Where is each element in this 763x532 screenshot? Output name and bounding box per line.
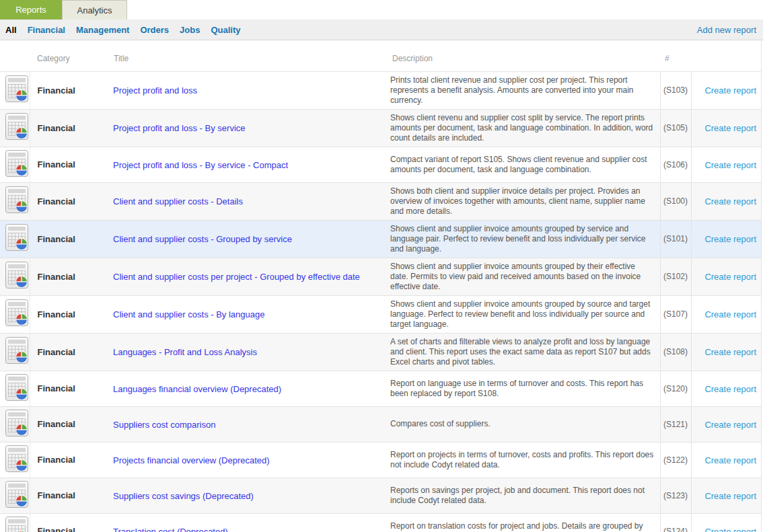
report-title-link[interactable]: Languages financial overview (Deprecated… bbox=[113, 384, 281, 394]
filter-bar: All Financial Management Orders Jobs Qua… bbox=[0, 20, 763, 40]
create-report-link[interactable]: Create report bbox=[704, 196, 756, 206]
create-report-link[interactable]: Create report bbox=[704, 234, 756, 244]
report-number: (S101) bbox=[660, 220, 691, 258]
report-number: (S103) bbox=[660, 71, 691, 109]
table-row[interactable]: Financial Project profit and loss - By s… bbox=[0, 109, 761, 147]
report-title-link[interactable]: Projects financial overview (Deprecated) bbox=[113, 455, 270, 465]
table-row[interactable]: Financial Languages - Profit and Loss An… bbox=[0, 333, 761, 371]
report-chart-icon bbox=[5, 224, 28, 251]
report-description: Report on language use in terms of turno… bbox=[385, 371, 660, 406]
report-number: (S122) bbox=[660, 442, 691, 478]
filter-quality[interactable]: Quality bbox=[211, 25, 240, 35]
create-report-link[interactable]: Create report bbox=[704, 491, 756, 501]
report-description: Prints total client revenue and supplier… bbox=[385, 71, 660, 109]
report-description: Shows client revenu and supplier cost sp… bbox=[385, 109, 660, 147]
report-chart-icon bbox=[5, 410, 28, 436]
report-category: Financial bbox=[30, 333, 106, 371]
report-description: Report on projects in terms of turnover,… bbox=[385, 442, 660, 478]
report-title-link[interactable]: Client and supplier costs - By language bbox=[113, 309, 264, 319]
report-category: Financial bbox=[30, 182, 106, 220]
table-row[interactable]: Financial Project profit and loss Prints… bbox=[0, 71, 761, 109]
tab-reports[interactable]: Reports bbox=[0, 0, 62, 20]
filter-jobs[interactable]: Jobs bbox=[180, 25, 200, 35]
report-chart-icon bbox=[5, 262, 28, 289]
create-report-link[interactable]: Create report bbox=[704, 384, 756, 394]
header-title: Title bbox=[106, 40, 385, 71]
report-chart-icon bbox=[5, 445, 28, 472]
report-title-link[interactable]: Client and supplier costs - Grouped by s… bbox=[113, 234, 292, 244]
report-number: (S120) bbox=[660, 371, 691, 406]
report-category: Financial bbox=[30, 406, 106, 442]
create-report-link[interactable]: Create report bbox=[704, 160, 756, 170]
table-row[interactable]: Financial Project profit and loss - By s… bbox=[0, 147, 761, 182]
report-number: (S121) bbox=[660, 406, 691, 442]
header-icon-spacer bbox=[0, 40, 30, 71]
header-number: # bbox=[660, 40, 691, 71]
filter-financial[interactable]: Financial bbox=[28, 25, 65, 35]
report-category: Financial bbox=[30, 147, 106, 182]
header-action-spacer bbox=[691, 40, 761, 71]
table-row[interactable]: Financial Projects financial overview (D… bbox=[0, 442, 761, 478]
report-number: (S107) bbox=[660, 295, 691, 333]
report-category: Financial bbox=[30, 513, 106, 532]
create-report-link[interactable]: Create report bbox=[704, 527, 756, 532]
report-number: (S123) bbox=[660, 478, 691, 513]
report-number: (S106) bbox=[660, 147, 691, 182]
report-description: Shows client and supplier invoice amount… bbox=[385, 220, 660, 258]
tab-analytics[interactable]: Analytics bbox=[62, 0, 127, 20]
report-chart-icon bbox=[5, 299, 28, 326]
report-title-link[interactable]: Project profit and loss bbox=[113, 85, 197, 96]
report-category: Financial bbox=[30, 71, 106, 109]
report-title-link[interactable]: Suppliers cost comparison bbox=[113, 420, 215, 430]
report-category: Financial bbox=[30, 109, 106, 147]
report-number: (S102) bbox=[660, 258, 691, 295]
report-category: Financial bbox=[30, 295, 106, 333]
table-row[interactable]: Financial Client and supplier costs - De… bbox=[0, 182, 761, 220]
report-category: Financial bbox=[30, 478, 106, 513]
report-category: Financial bbox=[30, 258, 106, 295]
report-description: Shows both client and supplier invoice d… bbox=[385, 182, 660, 220]
report-title-link[interactable]: Client and supplier costs - Details bbox=[113, 196, 243, 206]
report-title-link[interactable]: Suppliers cost savings (Deprecated) bbox=[113, 491, 254, 501]
tab-bar: Reports Analytics bbox=[0, 0, 763, 20]
report-title-link[interactable]: Client and supplier costs per project - … bbox=[113, 272, 360, 282]
report-description: Compact variant of report S105. Shows cl… bbox=[385, 147, 660, 182]
filter-orders[interactable]: Orders bbox=[140, 25, 169, 35]
report-description: Shows client and supplier invoice amount… bbox=[385, 295, 660, 333]
report-chart-icon bbox=[5, 75, 28, 102]
filter-management[interactable]: Management bbox=[76, 25, 129, 35]
report-title-link[interactable]: Languages - Profit and Loss Analysis bbox=[113, 347, 257, 357]
report-title-link[interactable]: Project profit and loss - By service bbox=[113, 123, 246, 133]
report-title-link[interactable]: Project profit and loss - By service - C… bbox=[113, 160, 288, 170]
table-row[interactable]: Financial Suppliers cost comparison Comp… bbox=[0, 406, 761, 442]
report-chart-icon bbox=[5, 337, 28, 364]
filter-all[interactable]: All bbox=[5, 25, 17, 35]
report-number: (S100) bbox=[660, 182, 691, 220]
create-report-link[interactable]: Create report bbox=[704, 347, 756, 357]
report-title-link[interactable]: Translation cost (Deprecated) bbox=[113, 527, 228, 532]
table-row[interactable]: Financial Client and supplier costs - Gr… bbox=[0, 220, 761, 258]
header-description: Description bbox=[385, 40, 660, 71]
table-row[interactable]: Financial Translation cost (Deprecated) … bbox=[0, 513, 761, 532]
create-report-link[interactable]: Create report bbox=[704, 455, 756, 465]
report-chart-icon bbox=[5, 113, 28, 140]
table-row[interactable]: Financial Client and supplier costs per … bbox=[0, 258, 761, 295]
create-report-link[interactable]: Create report bbox=[704, 123, 756, 133]
report-description: Reports on savings per project, job and … bbox=[385, 478, 660, 513]
table-row[interactable]: Financial Languages financial overview (… bbox=[0, 371, 761, 406]
report-number: (S124) bbox=[660, 513, 691, 532]
create-report-link[interactable]: Create report bbox=[704, 85, 756, 96]
add-new-report-link[interactable]: Add new report bbox=[697, 25, 756, 35]
report-description: A set of charts and filterable views to … bbox=[385, 333, 660, 371]
report-category: Financial bbox=[30, 442, 106, 478]
report-chart-icon bbox=[5, 150, 28, 177]
report-chart-icon bbox=[5, 481, 28, 508]
report-description: Shows client and supplier invoice amount… bbox=[385, 258, 660, 295]
create-report-link[interactable]: Create report bbox=[704, 309, 756, 319]
table-row[interactable]: Financial Suppliers cost savings (Deprec… bbox=[0, 478, 761, 513]
create-report-link[interactable]: Create report bbox=[704, 272, 756, 282]
report-description: Report on translation costs for project … bbox=[385, 513, 660, 532]
table-row[interactable]: Financial Client and supplier costs - By… bbox=[0, 295, 761, 333]
create-report-link[interactable]: Create report bbox=[704, 420, 756, 430]
report-description: Compares cost of suppliers. bbox=[385, 406, 660, 442]
